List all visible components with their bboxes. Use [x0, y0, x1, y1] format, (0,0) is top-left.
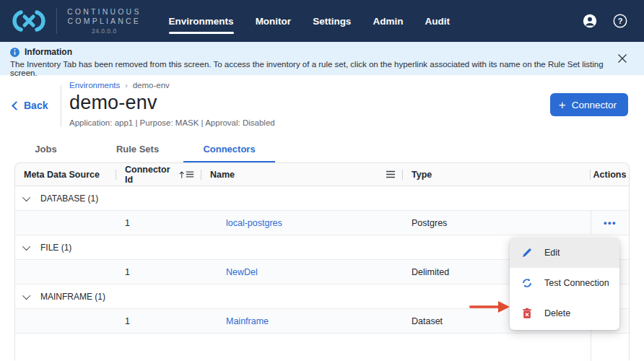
cell-meta — [15, 260, 116, 284]
menu-item-label: Test Connection — [544, 278, 609, 288]
tab-bar: Jobs Rule Sets Connectors — [0, 137, 644, 162]
connector-link-mainframe[interactable]: Mainframe — [226, 316, 269, 326]
column-header-name[interactable]: Name — [201, 163, 403, 186]
menu-item-label: Edit — [544, 248, 560, 258]
product-wordmark: CONTINUOUS COMPLIANCE 24.0.0.0 — [67, 7, 142, 34]
back-button[interactable]: Back — [13, 100, 48, 111]
nav-item-audit[interactable]: Audit — [425, 12, 450, 31]
brand: CONTINUOUS COMPLIANCE 24.0.0.0 — [12, 7, 142, 34]
add-connector-label: Connector — [572, 100, 617, 110]
tab-rule-sets[interactable]: Rule Sets — [92, 137, 183, 162]
cell-connector-id: 1 — [116, 211, 201, 235]
column-menu-icon[interactable] — [386, 170, 396, 178]
nav-item-monitor[interactable]: Monitor — [256, 12, 292, 31]
connector-link-newdel[interactable]: NewDel — [226, 267, 258, 277]
chevron-down-icon — [22, 193, 30, 201]
account-icon[interactable] — [582, 13, 598, 29]
page-subtitle: Application: app1 | Purpose: MASK | Appr… — [69, 118, 630, 127]
header-divider — [61, 85, 61, 127]
add-connector-button[interactable]: + Connector — [550, 93, 628, 116]
column-label-type: Type — [412, 170, 432, 180]
main-nav: Environments Monitor Settings Admin Audi… — [169, 12, 450, 31]
cell-connector-id: 1 — [116, 309, 201, 333]
table-row-local-postgres: 1 local-postgres Postgres ••• — [15, 211, 629, 235]
cell-meta — [15, 309, 116, 333]
row-actions-menu-icon[interactable]: ••• — [604, 218, 617, 227]
help-icon[interactable]: ? — [612, 13, 628, 29]
column-menu-icon[interactable] — [186, 170, 194, 178]
group-label: FILE (1) — [40, 243, 71, 253]
table-empty-area — [15, 334, 629, 361]
column-header-actions: Actions — [591, 163, 629, 186]
column-header-type[interactable]: Type — [403, 163, 591, 186]
close-icon[interactable] — [617, 53, 628, 64]
info-banner: Information The Inventory Tab has been r… — [0, 42, 644, 75]
breadcrumb-current: demo-env — [133, 81, 170, 90]
breadcrumb-separator-icon: › — [125, 82, 127, 90]
product-name-line2: COMPLIANCE — [68, 17, 141, 26]
column-header-connector-id[interactable]: Connector Id — [116, 163, 201, 186]
plus-icon: + — [559, 99, 566, 111]
row-actions-context-menu: Edit Test Connection Delete — [510, 238, 619, 330]
pointer-arrow-icon — [469, 301, 510, 313]
brand-divider — [56, 8, 57, 34]
back-chevron-icon — [12, 101, 21, 110]
tab-connectors[interactable]: Connectors — [183, 137, 275, 162]
column-label-connector-id: Connector Id — [125, 165, 173, 185]
column-label-actions: Actions — [593, 170, 627, 180]
banner-title: Information — [25, 47, 72, 57]
delphix-logo-icon — [12, 10, 46, 32]
breadcrumb-environments[interactable]: Environments — [69, 81, 120, 90]
group-row-database[interactable]: DATABASE (1) — [15, 186, 629, 211]
column-label-name: Name — [210, 170, 235, 180]
page-header: Back Environments › demo-env demo-env Ap… — [0, 75, 644, 127]
connector-link-local-postgres[interactable]: local-postgres — [226, 218, 282, 228]
cell-connector-id: 1 — [116, 260, 201, 284]
nav-item-environments[interactable]: Environments — [169, 12, 234, 31]
back-label: Back — [24, 100, 48, 111]
nav-item-settings[interactable]: Settings — [313, 12, 351, 31]
cell-meta — [15, 211, 116, 235]
column-label-meta: Meta Data Source — [24, 170, 100, 180]
menu-item-edit[interactable]: Edit — [510, 238, 619, 268]
table-header-row: Meta Data Source Connector Id Name Type — [15, 163, 629, 186]
svg-text:?: ? — [618, 17, 623, 25]
group-label: DATABASE (1) — [40, 193, 98, 204]
group-label: MAINFRAME (1) — [40, 292, 105, 302]
chevron-down-icon — [22, 291, 30, 299]
chevron-down-icon — [22, 242, 30, 250]
cell-type: Postgres — [403, 211, 591, 235]
column-header-meta-data-source[interactable]: Meta Data Source — [15, 163, 116, 186]
delete-trash-icon — [521, 308, 533, 319]
menu-item-delete[interactable]: Delete — [510, 298, 619, 329]
menu-item-label: Delete — [544, 308, 570, 318]
menu-item-test-connection[interactable]: Test Connection — [510, 268, 619, 298]
nav-item-admin[interactable]: Admin — [373, 12, 403, 31]
top-navbar: CONTINUOUS COMPLIANCE 24.0.0.0 Environme… — [0, 0, 644, 42]
navbar-right: ? — [582, 13, 628, 29]
sort-ascending-icon[interactable] — [178, 170, 185, 179]
edit-pencil-icon — [521, 247, 533, 258]
tab-jobs[interactable]: Jobs — [0, 137, 92, 162]
breadcrumb: Environments › demo-env — [69, 81, 630, 90]
page-title: demo-env — [69, 92, 630, 114]
info-icon — [10, 48, 19, 57]
test-connection-sync-icon — [521, 277, 533, 289]
product-name-line1: CONTINUOUS — [67, 7, 142, 17]
product-version: 24.0.0.0 — [92, 27, 117, 35]
